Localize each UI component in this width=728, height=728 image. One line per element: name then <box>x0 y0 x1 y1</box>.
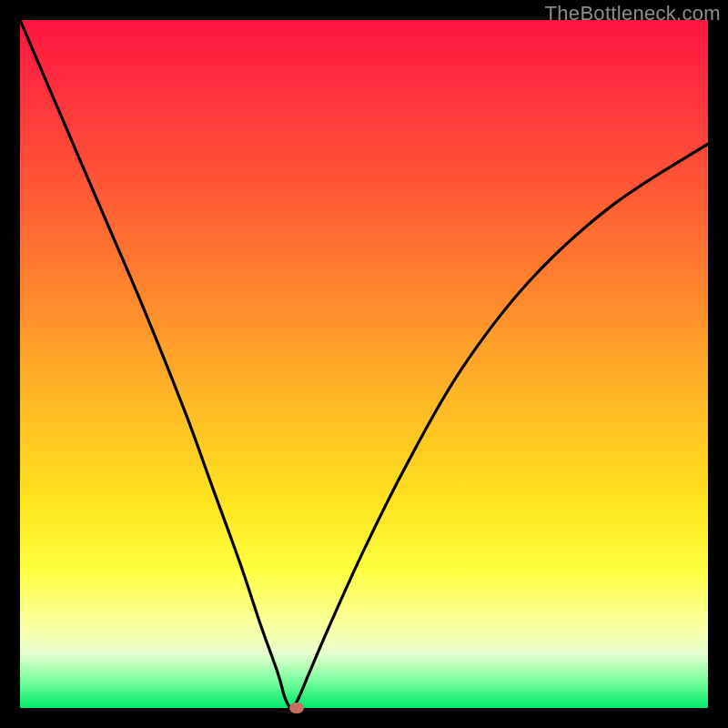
bottleneck-curve <box>20 20 708 708</box>
watermark-text: TheBottleneck.com <box>545 2 721 25</box>
chart-frame: TheBottleneck.com <box>0 0 728 728</box>
minimum-marker <box>289 703 304 713</box>
plot-area <box>20 20 708 708</box>
